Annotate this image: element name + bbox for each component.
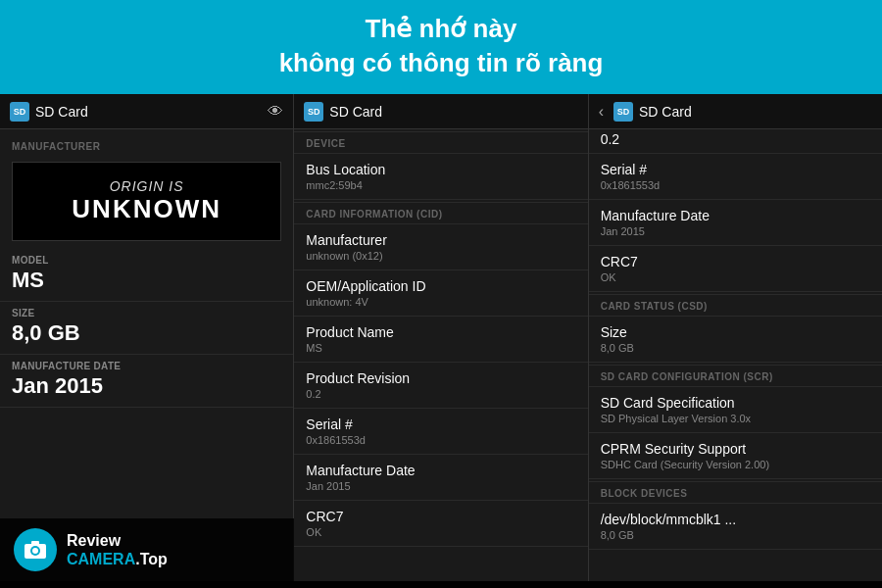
p3-size-title: Size	[601, 324, 870, 340]
logo-camera-text: CAMERA	[67, 551, 135, 567]
manufacturer-sub: unknown (0x12)	[306, 250, 575, 262]
manufacturer-section-label: MANUFACTURER	[0, 133, 293, 156]
panel-2-title: SD Card	[329, 104, 382, 120]
p3-spec-sub: SD Physical Layer Version 3.0x	[601, 413, 870, 424]
manufacturer-title: Manufacturer	[306, 232, 575, 248]
logo-top-text: Top	[140, 551, 168, 567]
panel-2-header: SD SD Card	[294, 94, 587, 129]
crc7-sub: OK	[306, 526, 575, 538]
size-label: SIZE	[12, 308, 281, 318]
sd-card-icon-2: SD	[304, 102, 323, 122]
origin-is-text: ORIGIN IS	[23, 178, 270, 194]
mfr-date-row: Manufacture Date Jan 2015	[294, 455, 587, 501]
mfr-date-sub: Jan 2015	[306, 480, 575, 492]
block-devices-section-header: BLOCK DEVICES	[589, 481, 882, 504]
p3-dev-block-row: /dev/block/mmcblk1 ... 8,0 GB	[589, 504, 882, 550]
manufacture-date-value: Jan 2015	[12, 373, 281, 399]
camera-svg-icon	[23, 537, 48, 563]
eye-icon[interactable]: 👁	[268, 103, 283, 121]
panel-3: ‹ SD SD Card 0.2 Serial # 0x1861553d Man…	[589, 94, 882, 581]
unknown-origin-box: ORIGIN IS UNKNOWN	[12, 162, 281, 241]
size-row: SIZE 8,0 GB	[0, 302, 293, 355]
serial-title: Serial #	[306, 416, 575, 432]
model-row: MODEL MS	[0, 249, 293, 302]
bus-location-row: Bus Location mmc2:59b4	[294, 154, 587, 200]
model-label: MODEL	[12, 255, 281, 266]
panel-3-title: SD Card	[639, 104, 692, 120]
p3-crc7-row: CRC7 OK	[589, 246, 882, 292]
p3-size-row: Size 8,0 GB	[589, 317, 882, 363]
crc7-row: CRC7 OK	[294, 501, 587, 547]
manufacturer-row: Manufacturer unknown (0x12)	[294, 224, 587, 270]
back-arrow-icon[interactable]: ‹	[599, 103, 604, 121]
bus-location-sub: mmc2:59b4	[306, 179, 575, 191]
model-value: MS	[12, 268, 281, 293]
p3-serial-sub: 0x1861553d	[601, 179, 870, 191]
p3-serial-title: Serial #	[601, 162, 870, 177]
logo-review: Review	[67, 531, 168, 550]
p3-spec-row: SD Card Specification SD Physical Layer …	[589, 387, 882, 433]
header-banner: Thẻ nhớ này không có thông tin rõ ràng	[0, 0, 882, 94]
product-name-title: Product Name	[306, 324, 575, 340]
unknown-text: UNKNOWN	[23, 194, 270, 224]
header-title-line1: Thẻ nhớ này	[20, 12, 862, 46]
panel-3-header-left: ‹ SD SD Card	[599, 102, 692, 122]
p3-spec-title: SD Card Specification	[601, 395, 870, 411]
manufacture-date-label: MANUFACTURE DATE	[12, 361, 281, 371]
header-title-line2: không có thông tin rõ ràng	[20, 46, 862, 80]
panel-3-header: ‹ SD SD Card	[589, 94, 882, 129]
p3-mfr-date-sub: Jan 2015	[601, 225, 870, 237]
partial-value: 0.2	[601, 131, 870, 147]
panel-2-body: DEVICE Bus Location mmc2:59b4 CARD INFOR…	[294, 129, 587, 581]
panel-1-body: MANUFACTURER ORIGIN IS UNKNOWN MODEL MS …	[0, 129, 293, 581]
p3-mfr-date-title: Manufacture Date	[601, 208, 870, 223]
serial-sub: 0x1861553d	[306, 434, 575, 446]
panel-3-body: 0.2 Serial # 0x1861553d Manufacture Date…	[589, 129, 882, 581]
bus-location-title: Bus Location	[306, 162, 575, 177]
panel-2: SD SD Card DEVICE Bus Location mmc2:59b4…	[294, 94, 588, 581]
product-revision-row: Product Revision 0.2	[294, 363, 587, 409]
oem-sub: unknown: 4V	[306, 296, 575, 308]
product-name-sub: MS	[306, 342, 575, 354]
camera-logo-icon	[14, 528, 57, 571]
scr-section-header: SD CARD CONFIGURATION (SCR)	[589, 365, 882, 387]
p3-serial-row: Serial # 0x1861553d	[589, 154, 882, 200]
p3-cprm-sub: SDHC Card (Security Version 2.00)	[601, 459, 870, 470]
p3-cprm-title: CPRM Security Support	[601, 441, 870, 457]
card-status-section-header: CARD STATUS (CSD)	[589, 294, 882, 317]
p3-dev-block-title: /dev/block/mmcblk1 ...	[601, 512, 870, 527]
logo-camera-top: CAMERA.Top	[67, 550, 168, 568]
p3-cprm-row: CPRM Security Support SDHC Card (Securit…	[589, 433, 882, 479]
p3-size-sub: 8,0 GB	[601, 342, 870, 354]
panel-1: SD SD Card 👁 MANUFACTURER ORIGIN IS UNKN…	[0, 94, 294, 581]
size-value: 8,0 GB	[12, 320, 281, 346]
crc7-title: CRC7	[306, 509, 575, 524]
sd-card-icon-3: SD	[613, 102, 633, 122]
bottom-bar: Review CAMERA.Top	[0, 518, 294, 581]
panel-1-title: SD Card	[35, 104, 88, 120]
mfr-date-title: Manufacture Date	[306, 463, 575, 478]
product-name-row: Product Name MS	[294, 317, 587, 363]
svg-point-2	[32, 548, 38, 554]
p3-crc7-sub: OK	[601, 271, 870, 283]
panel-1-header: SD SD Card 👁	[0, 94, 293, 129]
p3-crc7-title: CRC7	[601, 254, 870, 270]
product-revision-sub: 0.2	[306, 388, 575, 400]
logo-text: Review CAMERA.Top	[67, 531, 168, 568]
device-section-header: DEVICE	[294, 131, 587, 154]
partial-top-row: 0.2	[589, 129, 882, 154]
oem-title: OEM/Application ID	[306, 278, 575, 294]
svg-rect-3	[31, 541, 39, 545]
p3-dev-block-sub: 8,0 GB	[601, 529, 870, 541]
product-revision-title: Product Revision	[306, 370, 575, 386]
p3-mfr-date-row: Manufacture Date Jan 2015	[589, 200, 882, 246]
sd-card-icon-1: SD	[10, 102, 29, 122]
serial-row: Serial # 0x1861553d	[294, 409, 587, 455]
panels-container: SD SD Card 👁 MANUFACTURER ORIGIN IS UNKN…	[0, 94, 882, 581]
card-info-section-header: CARD INFORMATION (CID)	[294, 202, 587, 224]
panel-2-header-left: SD SD Card	[304, 102, 382, 122]
panel-1-header-left: SD SD Card	[10, 102, 88, 122]
manufacture-date-row: MANUFACTURE DATE Jan 2015	[0, 355, 293, 408]
oem-row: OEM/Application ID unknown: 4V	[294, 270, 587, 317]
